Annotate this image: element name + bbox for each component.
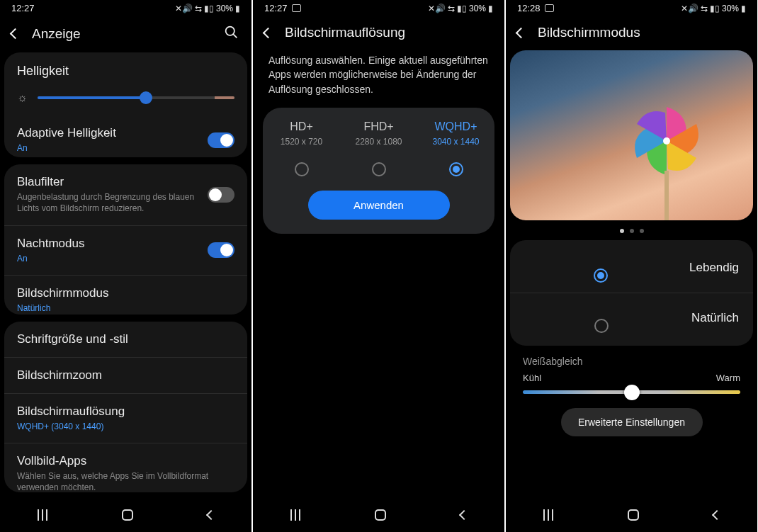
- res-dim: 1520 x 720: [267, 137, 336, 147]
- phone-screen-resolution: 12:27 ✕🔊 ⇆ ▮▯ 30% ▮ Bildschirmauflösung …: [253, 0, 504, 532]
- header: Bildschirmauflösung: [253, 15, 504, 50]
- fullscreen-sub: Wählen Sie aus, welche Apps Sie im Vollb…: [17, 470, 234, 492]
- search-icon: [224, 25, 239, 40]
- mute-icon: ✕🔊: [428, 4, 446, 13]
- wifi-icon: ⇆: [195, 4, 202, 13]
- search-button[interactable]: [224, 25, 239, 43]
- mode-label: Natürlich: [691, 311, 739, 325]
- resolution-title: Bildschirmauflösung: [17, 404, 234, 419]
- nav-back[interactable]: [711, 510, 721, 520]
- adaptive-brightness-row[interactable]: Adaptive Helligkeit An: [4, 115, 247, 157]
- white-balance-slider[interactable]: [523, 390, 740, 394]
- header: Anzeige: [0, 15, 251, 52]
- status-icons: ✕🔊 ⇆ ▮▯ 30% ▮: [175, 4, 240, 13]
- radio-icon: [449, 162, 463, 176]
- resolution-option-wqhd[interactable]: WQHD+ 3040 x 1440: [417, 120, 494, 176]
- status-time: 12:27: [11, 3, 35, 13]
- nav-recent[interactable]: [38, 509, 47, 521]
- preview-image[interactable]: [510, 50, 753, 220]
- battery-pct: 30%: [469, 4, 486, 13]
- brightness-slider[interactable]: [38, 96, 234, 99]
- chevron-left-icon: [10, 28, 21, 40]
- mode-option-natural[interactable]: Natürlich: [510, 293, 753, 343]
- header: Bildschirmmodus: [506, 15, 757, 50]
- resolution-sub: WQHD+ (3040 x 1440): [17, 421, 234, 432]
- wifi-icon: ⇆: [448, 4, 455, 13]
- wb-endpoints: Kühl Warm: [523, 373, 740, 383]
- battery-pct: 30%: [216, 4, 233, 13]
- nightmode-row[interactable]: Nachtmodus An: [4, 226, 247, 276]
- system-navbar: [506, 499, 757, 532]
- battery-icon: ▮: [488, 4, 493, 13]
- resolution-row[interactable]: Bildschirmauflösung WQHD+ (3040 x 1440): [4, 394, 247, 443]
- display-options-card: Blaufilter Augenbelastung durch Begrenzu…: [4, 164, 247, 315]
- status-bar: 12:27 ✕🔊 ⇆ ▮▯ 30% ▮: [253, 0, 504, 15]
- nightmode-toggle[interactable]: [208, 242, 234, 258]
- bluefilter-row[interactable]: Blaufilter Augenbelastung durch Begrenzu…: [4, 164, 247, 225]
- screenmode-row[interactable]: Bildschirmmodus Natürlich: [4, 276, 247, 315]
- nav-recent[interactable]: [543, 509, 553, 521]
- zoom-row[interactable]: Bildschirmzoom: [4, 358, 247, 394]
- mode-label: Lebendig: [689, 261, 739, 275]
- res-name: WQHD+: [422, 120, 490, 133]
- fullscreen-title: Vollbild-Apps: [17, 454, 234, 468]
- resolution-card: HD+ 1520 x 720 FHD+ 2280 x 1080 WQHD+ 30…: [263, 108, 494, 234]
- svg-rect-3: [664, 171, 669, 220]
- nav-back[interactable]: [205, 510, 215, 520]
- status-icons: ✕🔊 ⇆ ▮▯ 30% ▮: [681, 4, 746, 13]
- battery-pct: 30%: [722, 4, 739, 13]
- brightness-card: Helligkeit ☼ Adaptive Helligkeit An: [4, 52, 247, 157]
- screenmode-title: Bildschirmmodus: [17, 286, 234, 300]
- status-time: 12:28: [517, 3, 541, 13]
- nav-home[interactable]: [375, 509, 386, 521]
- wb-warm-label: Warm: [716, 373, 740, 383]
- bluefilter-sub: Augenbelastung durch Begrenzung des blau…: [17, 191, 199, 214]
- res-dim: 3040 x 1440: [422, 137, 490, 147]
- signal-icon: ▮▯: [710, 4, 720, 13]
- phone-screen-screenmode: 12:28 ✕🔊 ⇆ ▮▯ 30% ▮ Bildschirmmodus: [506, 0, 757, 532]
- resolution-option-hd[interactable]: HD+ 1520 x 720: [263, 120, 340, 176]
- brightness-label: Helligkeit: [17, 64, 234, 79]
- res-name: HD+: [267, 120, 336, 133]
- more-display-card: Schriftgröße und -stil Bildschirmzoom Bi…: [4, 322, 247, 492]
- apply-button[interactable]: Anwenden: [308, 191, 450, 220]
- radio-icon: [594, 319, 609, 333]
- back-button[interactable]: [264, 29, 272, 37]
- mode-option-vivid[interactable]: Lebendig: [510, 243, 753, 293]
- nav-recent[interactable]: [290, 509, 300, 521]
- radio-icon: [594, 268, 608, 283]
- advanced-settings-button[interactable]: Erweiterte Einstellungen: [561, 408, 703, 436]
- zoom-title: Bildschirmzoom: [17, 368, 234, 383]
- adaptive-sub: An: [17, 142, 199, 154]
- adaptive-title: Adaptive Helligkeit: [17, 126, 199, 140]
- system-navbar: [0, 499, 251, 532]
- resolution-option-fhd[interactable]: FHD+ 2280 x 1080: [340, 120, 417, 176]
- page-title: Bildschirmmodus: [538, 25, 745, 40]
- svg-point-0: [226, 27, 234, 35]
- dot-icon: [620, 229, 624, 233]
- nightmode-title: Nachtmodus: [17, 237, 199, 251]
- pinwheel-icon: [617, 98, 716, 220]
- fontsize-row[interactable]: Schriftgröße und -stil: [4, 322, 247, 358]
- chevron-left-icon: [516, 27, 527, 38]
- adaptive-toggle[interactable]: [208, 132, 234, 148]
- picture-icon: [545, 4, 554, 12]
- signal-icon: ▮▯: [204, 4, 214, 13]
- resolution-description: Auflösung auswählen. Einige aktuell ausg…: [253, 50, 504, 108]
- back-button[interactable]: [11, 30, 19, 38]
- bluefilter-toggle[interactable]: [208, 187, 234, 203]
- status-time: 12:27: [264, 3, 288, 13]
- dot-icon: [630, 229, 634, 233]
- nav-home[interactable]: [628, 509, 639, 521]
- back-button[interactable]: [517, 29, 525, 37]
- nav-back[interactable]: [458, 510, 468, 520]
- signal-icon: ▮▯: [457, 4, 467, 13]
- svg-line-1: [233, 34, 237, 38]
- page-title: Bildschirmauflösung: [285, 25, 492, 40]
- battery-icon: ▮: [235, 4, 240, 13]
- fullscreen-row[interactable]: Vollbild-Apps Wählen Sie aus, welche App…: [4, 443, 247, 492]
- picture-icon: [292, 4, 301, 12]
- nav-home[interactable]: [122, 509, 133, 521]
- res-name: FHD+: [344, 120, 413, 133]
- mute-icon: ✕🔊: [681, 4, 698, 13]
